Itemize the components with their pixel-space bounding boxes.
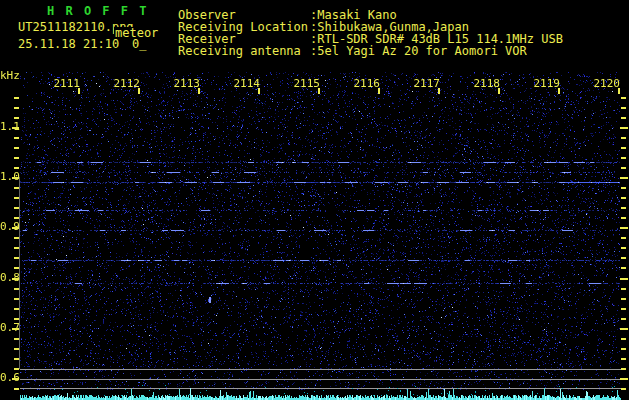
- time-label-2119: 2119: [533, 78, 560, 89]
- info-row-antenna: Receiving antenna:5el Yagi Az 20 for Aom…: [178, 40, 563, 52]
- khz-unit-label: kHz: [0, 70, 20, 81]
- app-title: H R O F F T: [47, 5, 148, 17]
- time-label-2111: 2111: [53, 78, 80, 89]
- time-label-2115: 2115: [293, 78, 320, 89]
- spectrogram-canvas: [0, 60, 629, 400]
- freq-label-0-8: 0.8: [0, 272, 20, 283]
- info-row-receiver: Receiver:RTL-SDR SDR# 43dB L15 114.1MHz …: [178, 28, 563, 40]
- station-info: Observer:Masaki Kano Receiving Location:…: [178, 4, 563, 52]
- hrofft-window: H R O F F T UT2511182110.png meteor 25.1…: [0, 0, 629, 400]
- freq-label-0-7: 0.7: [0, 322, 20, 333]
- datetime-label: 25.11.18 21:10: [18, 38, 119, 50]
- time-label-2113: 2113: [173, 78, 200, 89]
- freq-label-0-6: 0.6: [0, 372, 20, 383]
- time-label-2112: 2112: [113, 78, 140, 89]
- time-label-2116: 2116: [353, 78, 380, 89]
- meteor-count: 0_: [132, 38, 146, 50]
- antenna-label: Receiving antenna: [178, 44, 310, 58]
- antenna-value: 5el Yagi Az 20 for Aomori VOR: [317, 44, 527, 58]
- freq-label-0-9: 0.9: [0, 221, 20, 232]
- freq-label-1-0: 1.0: [0, 171, 20, 182]
- freq-label-1-1: 1.1: [0, 121, 20, 132]
- time-label-2120: 2120: [593, 78, 620, 89]
- time-label-2117: 2117: [413, 78, 440, 89]
- time-label-2114: 2114: [233, 78, 260, 89]
- time-label-2118: 2118: [473, 78, 500, 89]
- info-row-location: Receiving Location:Shibukawa,Gunma,Japan: [178, 16, 563, 28]
- info-row-observer: Observer:Masaki Kano: [178, 4, 563, 16]
